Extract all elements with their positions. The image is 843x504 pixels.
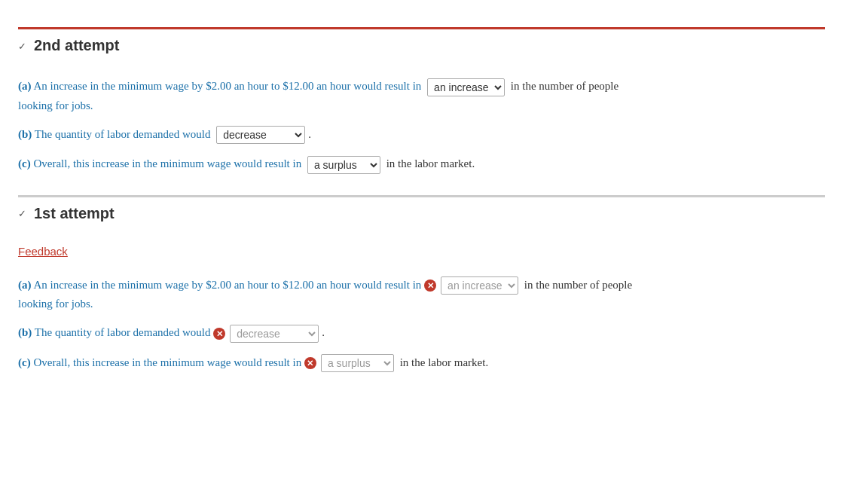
error-icon-c: ✕ bbox=[304, 357, 316, 369]
error-icon-b: ✕ bbox=[213, 328, 225, 340]
question-b: (b) The quantity of labor demanded would… bbox=[18, 323, 825, 343]
question-text-before-b: The quantity of labor demanded would bbox=[35, 128, 213, 140]
chevron-icon: ✓ bbox=[18, 208, 26, 220]
question-text-before-b: The quantity of labor demanded would bbox=[35, 326, 213, 338]
period-b: . bbox=[322, 326, 325, 338]
attempt-section-first: ✓ 1st attemptFeedback(a) An increase in … bbox=[18, 195, 825, 394]
select-a[interactable]: an increasea decreaseno change bbox=[427, 78, 505, 96]
question-text-before-a: An increase in the minimum wage by $2.00… bbox=[33, 279, 424, 291]
question-a: (a) An increase in the minimum wage by $… bbox=[18, 276, 825, 313]
dropdown-b[interactable]: decreaseincreasestay the same bbox=[230, 325, 319, 343]
error-icon-a: ✕ bbox=[424, 279, 436, 292]
question-text-after-a: in the number of people bbox=[508, 80, 619, 92]
select-a[interactable]: an increasea decreaseno change bbox=[441, 276, 518, 295]
select-b[interactable]: decreaseincreasestay the same bbox=[216, 126, 305, 144]
attempt-title: 1st attempt bbox=[34, 205, 115, 222]
select-c[interactable]: a surplusa shortageno change bbox=[307, 156, 380, 174]
attempt-header-first[interactable]: ✓ 1st attempt bbox=[18, 197, 825, 230]
question-label-b: (b) bbox=[18, 128, 32, 140]
question-text-before-c: Overall, this increase in the minimum wa… bbox=[33, 157, 304, 170]
question-label-c: (c) bbox=[18, 356, 31, 368]
question-text-after-a: in the number of people bbox=[521, 279, 632, 291]
feedback-link[interactable]: Feedback bbox=[18, 245, 68, 258]
attempt-body-second: (a) An increase in the minimum wage by $… bbox=[18, 62, 825, 195]
select-b[interactable]: decreaseincreasestay the same bbox=[230, 325, 319, 343]
dropdown-a[interactable]: an increasea decreaseno change bbox=[441, 276, 518, 295]
attempt-title: 2nd attempt bbox=[34, 37, 119, 54]
question-label-c: (c) bbox=[18, 157, 31, 170]
attempt-body-first: Feedback(a) An increase in the minimum w… bbox=[18, 230, 825, 394]
question-text-after-c: in the labor market. bbox=[383, 157, 475, 170]
question-label-a: (a) bbox=[18, 80, 32, 92]
question-c: (c) Overall, this increase in the minimu… bbox=[18, 154, 825, 174]
question-text-after-c: in the labor market. bbox=[397, 356, 488, 368]
question-c: (c) Overall, this increase in the minimu… bbox=[18, 353, 825, 373]
question-label-b: (b) bbox=[18, 326, 32, 338]
dropdown-b[interactable]: decreaseincreasestay the same bbox=[216, 126, 305, 144]
question-a: (a) An increase in the minimum wage by $… bbox=[18, 77, 825, 115]
second-line-a: looking for jobs. bbox=[18, 96, 825, 115]
dropdown-a[interactable]: an increasea decreaseno change bbox=[427, 78, 505, 96]
attempt-header-second[interactable]: ✓ 2nd attempt bbox=[18, 29, 825, 62]
question-b: (b) The quantity of labor demanded would… bbox=[18, 125, 825, 145]
select-c[interactable]: a surplusa shortageno change bbox=[321, 354, 394, 372]
attempt-section-second: ✓ 2nd attempt(a) An increase in the mini… bbox=[18, 27, 825, 195]
question-text-before-c: Overall, this increase in the minimum wa… bbox=[33, 356, 304, 368]
dropdown-c[interactable]: a surplusa shortageno change bbox=[321, 354, 394, 372]
question-label-a: (a) bbox=[18, 279, 32, 291]
second-line-a: looking for jobs. bbox=[18, 295, 825, 313]
question-text-before-a: An increase in the minimum wage by $2.00… bbox=[33, 80, 424, 92]
dropdown-c[interactable]: a surplusa shortageno change bbox=[307, 156, 380, 174]
period-b: . bbox=[308, 128, 311, 140]
chevron-icon: ✓ bbox=[18, 41, 26, 53]
